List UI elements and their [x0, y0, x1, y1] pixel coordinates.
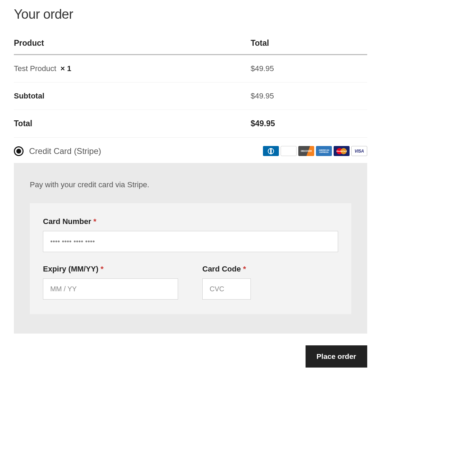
expiry-input[interactable] [43, 278, 178, 300]
cvc-field-wrap: Card Code * [202, 265, 251, 300]
mastercard-icon: MasterCard [334, 146, 350, 156]
order-heading: Your order [14, 7, 367, 22]
required-mark: * [100, 265, 104, 273]
required-mark: * [243, 265, 246, 273]
visa-icon: VISA [351, 146, 367, 156]
product-price: $49.95 [250, 55, 367, 83]
card-number-field-wrap: Card Number * [43, 217, 338, 252]
col-product: Product [14, 32, 250, 55]
card-number-input[interactable] [43, 231, 338, 252]
diners-club-icon [263, 146, 279, 156]
form-actions: Place order [14, 345, 367, 368]
card-brand-icons: DISCOVER AMERICAN EXPRESS MasterCard VIS… [263, 146, 367, 156]
cvc-input[interactable] [202, 278, 251, 300]
place-order-button[interactable]: Place order [306, 345, 367, 368]
order-review-table: Product Total Test Product × 1 $49.95 Su… [14, 32, 367, 138]
product-cell: Test Product × 1 [14, 55, 250, 83]
total-label: Total [14, 110, 250, 138]
total-value: $49.95 [250, 110, 367, 138]
expiry-field-wrap: Expiry (MM/YY) * [43, 265, 178, 300]
payment-method-label: Credit Card (Stripe) [29, 146, 101, 156]
jcb-icon [281, 146, 297, 156]
required-mark: * [93, 217, 96, 226]
discover-icon: DISCOVER [298, 146, 314, 156]
payment-box: Pay with your credit card via Stripe. Ca… [14, 163, 367, 334]
table-row: Test Product × 1 $49.95 [14, 55, 367, 83]
card-number-label: Card Number * [43, 217, 338, 226]
cvc-label: Card Code * [202, 265, 251, 274]
amex-icon: AMERICAN EXPRESS [316, 146, 332, 156]
product-qty: × 1 [61, 64, 71, 73]
payment-method-radio[interactable] [14, 146, 24, 156]
product-name: Test Product [14, 64, 56, 73]
credit-card-form: Card Number * Expiry (MM/YY) * Card Code… [30, 203, 351, 314]
subtotal-value: $49.95 [250, 83, 367, 110]
payment-method-row: Credit Card (Stripe) DISCOVER AMERICAN E… [14, 138, 367, 163]
col-total: Total [250, 32, 367, 55]
subtotal-label: Subtotal [14, 83, 250, 110]
expiry-label: Expiry (MM/YY) * [43, 265, 178, 274]
payment-description: Pay with your credit card via Stripe. [30, 180, 351, 189]
